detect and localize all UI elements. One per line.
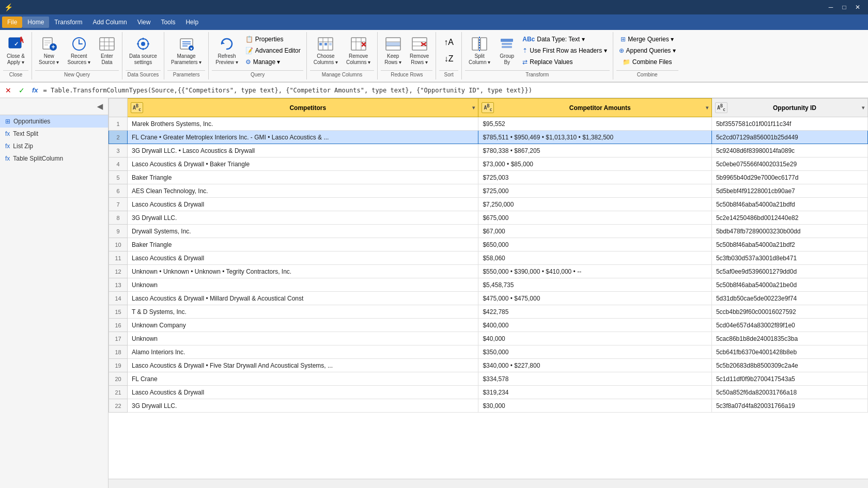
table-row[interactable]: 6 AES Clean Technology, Inc. $725,000 5d…	[109, 184, 868, 198]
table-row[interactable]: 17 Unknown $40,000 5cac86b1b8de24001835c…	[109, 332, 868, 345]
cell-competitors[interactable]: Lasco Acoustics & Drywall • Baker Triang…	[128, 158, 478, 171]
cell-opp-id[interactable]: 5cac86b1b8de24001835c3ba	[711, 332, 867, 345]
cell-amounts[interactable]: $319,234	[478, 386, 712, 399]
cell-opp-id[interactable]: 5bdb478fb72890003230b00dd	[711, 225, 867, 238]
cell-opp-id[interactable]: 5cb641fb6370e4001428b8eb	[711, 345, 867, 359]
table-row[interactable]: 1 Marek Brothers Systems, Inc. $95,552 5…	[109, 117, 868, 131]
remove-rows-button[interactable]: RemoveRows ▾	[406, 33, 432, 68]
grid-table-wrapper[interactable]: ABc Competitors ▾ ABc Competitor Amounts…	[109, 98, 868, 479]
cell-amounts[interactable]: $334,578	[478, 372, 712, 386]
col-dropdown-amounts[interactable]: ▾	[706, 105, 708, 111]
cell-opp-id[interactable]: 5ccb4bb29f60c00016027592	[711, 305, 867, 319]
cell-competitors[interactable]: FL Crane • Greater Metroplex Interiors I…	[128, 131, 478, 144]
close-apply-button[interactable]: ✓ Close &Apply ▾	[3, 33, 28, 68]
cell-opp-id[interactable]: 5c3fb030d537a3001d8eb471	[711, 251, 867, 265]
enter-data-button[interactable]: EnterData	[95, 33, 119, 68]
table-row[interactable]: 22 3G Drywall LLC. $30,000 5c3f8a07d4fa8…	[109, 399, 868, 413]
manage-query-button[interactable]: ⚙ Manage ▾	[243, 57, 303, 67]
table-row[interactable]: 15 T & D Systems, Inc. $422,785 5ccb4bb2…	[109, 305, 868, 319]
table-row[interactable]: 11 Lasco Acoustics & Drywall $58,060 5c3…	[109, 251, 868, 265]
cell-competitors[interactable]: Alamo Interiors Inc.	[128, 345, 478, 359]
table-row[interactable]: 12 Unknown • Unknown • Unknown • Tegrity…	[109, 265, 868, 278]
cell-amounts[interactable]: $725,003	[478, 171, 712, 184]
refresh-preview-button[interactable]: RefreshPreview ▾	[212, 33, 241, 68]
cell-opp-id[interactable]: 5c3f8a07d4fa820031766a19	[711, 399, 867, 413]
cell-competitors[interactable]: FL Crane	[128, 372, 478, 386]
formula-cancel-button[interactable]: ✕	[3, 85, 13, 96]
cell-amounts[interactable]: $340,000 • $227,800	[478, 359, 712, 372]
cell-amounts[interactable]: $475,000 • $475,000	[478, 292, 712, 305]
properties-button[interactable]: 📋 Properties	[243, 34, 303, 44]
cell-competitors[interactable]: Baker Triangle	[128, 171, 478, 184]
table-row[interactable]: 16 Unknown Company $400,000 5cd04e657d4a…	[109, 319, 868, 332]
merge-queries-button[interactable]: ⊞ Merge Queries ▾	[618, 34, 676, 44]
cell-competitors[interactable]: Unknown • Unknown • Unknown • Tegrity Co…	[128, 265, 478, 278]
first-row-headers-button[interactable]: ⇡ Use First Row as Headers ▾	[520, 45, 609, 56]
cell-competitors[interactable]: Lasco Acoustics & Drywall • Five Star Dr…	[128, 359, 478, 372]
advanced-editor-button[interactable]: 📝 Advanced Editor	[243, 45, 303, 56]
cell-amounts[interactable]: $550,000 • $390,000 • $410,000 • --	[478, 265, 712, 278]
col-header-opportunity-id[interactable]: ABc Opportunity ID ▾	[711, 99, 867, 117]
cell-amounts[interactable]: $785,511 • $950,469 • $1,013,310 • $1,38…	[478, 131, 712, 144]
table-row[interactable]: 20 FL Crane $334,578 5c1d11df0f9b2700417…	[109, 372, 868, 386]
cell-competitors[interactable]: Unknown	[128, 278, 478, 292]
col-header-amounts[interactable]: ABc Competitor Amounts ▾	[478, 99, 712, 117]
cell-amounts[interactable]: $350,000	[478, 345, 712, 359]
table-row[interactable]: 8 3G Drywall LLC. $675,000 5c2e14250486b…	[109, 211, 868, 225]
cell-competitors[interactable]: Drywall Systems, Inc.	[128, 225, 478, 238]
table-row[interactable]: 2 FL Crane • Greater Metroplex Interiors…	[109, 131, 868, 144]
cell-amounts[interactable]: $58,060	[478, 251, 712, 265]
cell-amounts[interactable]: $725,000	[478, 184, 712, 198]
table-row[interactable]: 14 Lasco Acoustics & Drywall • Millard D…	[109, 292, 868, 305]
menu-help[interactable]: Help	[180, 17, 204, 28]
menu-transform[interactable]: Transform	[49, 17, 87, 28]
cell-competitors[interactable]: Unknown	[128, 332, 478, 345]
cell-amounts[interactable]: $400,000	[478, 319, 712, 332]
sidebar-item-text-split[interactable]: fxText Split	[0, 128, 108, 140]
cell-competitors[interactable]: Lasco Acoustics & Drywall	[128, 251, 478, 265]
cell-amounts[interactable]: $5,458,735	[478, 278, 712, 292]
cell-amounts[interactable]: $422,785	[478, 305, 712, 319]
formula-input[interactable]	[43, 87, 865, 94]
table-row[interactable]: 4 Lasco Acoustics & Drywall • Baker Tria…	[109, 158, 868, 171]
cell-competitors[interactable]: Lasco Acoustics & Drywall	[128, 386, 478, 399]
menu-tools[interactable]: Tools	[156, 17, 180, 28]
sort-ascending-button[interactable]: ↑A	[439, 35, 458, 50]
cell-amounts[interactable]: $675,000	[478, 211, 712, 225]
cell-opp-id[interactable]: 5c50b8f46aba54000a21be0d	[711, 278, 867, 292]
table-row[interactable]: 10 Baker Triangle $650,000 5c50b8f46aba5…	[109, 238, 868, 251]
cell-amounts[interactable]: $67,000	[478, 225, 712, 238]
group-by-button[interactable]: GroupBy	[495, 33, 519, 68]
col-dropdown-competitors[interactable]: ▾	[472, 105, 475, 111]
keep-rows-button[interactable]: KeepRows ▾	[381, 33, 405, 68]
cell-opp-id[interactable]: 5d31db50cae5de00223e9f74	[711, 292, 867, 305]
sort-descending-button[interactable]: ↓Z	[440, 52, 458, 66]
menu-file[interactable]: File	[2, 17, 22, 28]
menu-add-column[interactable]: Add Column	[88, 17, 132, 28]
table-row[interactable]: 13 Unknown $5,458,735 5c50b8f46aba54000a…	[109, 278, 868, 292]
replace-values-button[interactable]: ⇄ Replace Values	[520, 57, 609, 67]
cell-competitors[interactable]: Marek Brothers Systems, Inc.	[128, 117, 478, 131]
cell-amounts[interactable]: $7,250,000	[478, 198, 712, 211]
cell-opp-id[interactable]: 5c50a852f6da820031766a18	[711, 386, 867, 399]
cell-competitors[interactable]: 3G Drywall LLC.	[128, 399, 478, 413]
cell-opp-id[interactable]: 5c0ebe075566f40020315e29	[711, 158, 867, 171]
append-queries-button[interactable]: ⊕ Append Queries ▾	[616, 45, 678, 56]
cell-opp-id[interactable]: 5c92408d6f83980014fa089c	[711, 144, 867, 158]
combine-files-button[interactable]: 📁 Combine Files	[620, 57, 675, 67]
cell-opp-id[interactable]: 5c1d11df0f9b2700417543a5	[711, 372, 867, 386]
cell-amounts[interactable]: $650,000	[478, 238, 712, 251]
menu-home[interactable]: Home	[22, 17, 49, 28]
cell-competitors[interactable]: Lasco Acoustics & Drywall	[128, 198, 478, 211]
cell-opp-id[interactable]: 5c5af0ee9d5396001279dd0d	[711, 265, 867, 278]
sidebar-collapse-button[interactable]: ◀	[97, 102, 103, 111]
cell-competitors[interactable]: 3G Drywall LLC.	[128, 211, 478, 225]
cell-competitors[interactable]: AES Clean Technology, Inc.	[128, 184, 478, 198]
cell-competitors[interactable]: 3G Drywall LLC. • Lasco Acoustics & Dryw…	[128, 144, 478, 158]
table-row[interactable]: 21 Lasco Acoustics & Drywall $319,234 5c…	[109, 386, 868, 399]
cell-amounts[interactable]: $40,000	[478, 332, 712, 345]
menu-view[interactable]: View	[132, 17, 156, 28]
cell-amounts[interactable]: $30,000	[478, 399, 712, 413]
table-row[interactable]: 9 Drywall Systems, Inc. $67,000 5bdb478f…	[109, 225, 868, 238]
col-header-competitors[interactable]: ABc Competitors ▾	[128, 99, 478, 117]
